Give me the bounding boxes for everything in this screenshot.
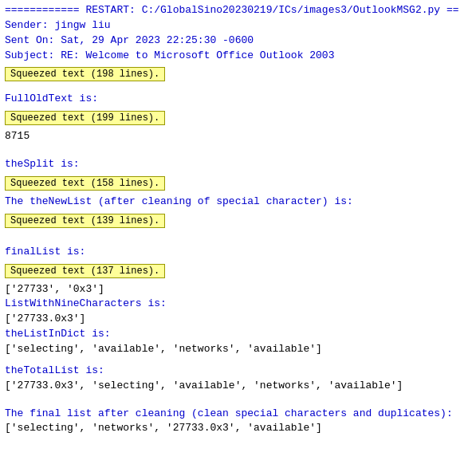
finallist-label: finalList is: (5, 245, 463, 260)
thelistindict-label: theListInDict is: (5, 327, 463, 342)
list3-value: ['selecting', 'available', 'networks', '… (5, 342, 463, 357)
sent-on-line: Sent On: Sat, 29 Apr 2023 22:25:30 -0600 (5, 33, 463, 49)
squeezed-button-3[interactable]: Squeezed text (158 lines). (5, 176, 165, 191)
thesplit-label: theSplit is: (5, 157, 463, 172)
squeezed-button-2[interactable]: Squeezed text (199 lines). (5, 111, 165, 125)
sender-line: Sender: jingw liu (5, 18, 463, 33)
squeezed-button-1[interactable]: Squeezed text (198 lines). (5, 67, 165, 81)
list4-value: ['27733.0x3', 'selecting', 'available', … (5, 379, 463, 394)
list1-value: ['27733', '0x3'] (5, 282, 463, 297)
list5-value: ['selecting', 'networks', '27733.0x3', '… (5, 421, 463, 436)
value-8715: 8715 (5, 129, 463, 144)
thenewlist-label: The theNewList (after cleaning of specia… (5, 195, 463, 210)
squeezed-button-4[interactable]: Squeezed text (139 lines). (5, 214, 165, 228)
thetotallist-label: theTotalList is: (5, 364, 463, 379)
subject-line: Subject: RE: Welcome to Microsoft Office… (5, 49, 463, 64)
finallist-after-label: The final list after cleaning (clean spe… (5, 407, 463, 422)
fulloldtext-label: FullOldText is: (5, 92, 463, 107)
restart-line: ============ RESTART: C:/GlobalSino20230… (5, 3, 463, 18)
list2-value: ['27733.0x3'] (5, 312, 463, 327)
squeezed-button-5[interactable]: Squeezed text (137 lines). (5, 264, 165, 278)
listwith-label: ListWithNineCharacters is: (5, 297, 463, 312)
